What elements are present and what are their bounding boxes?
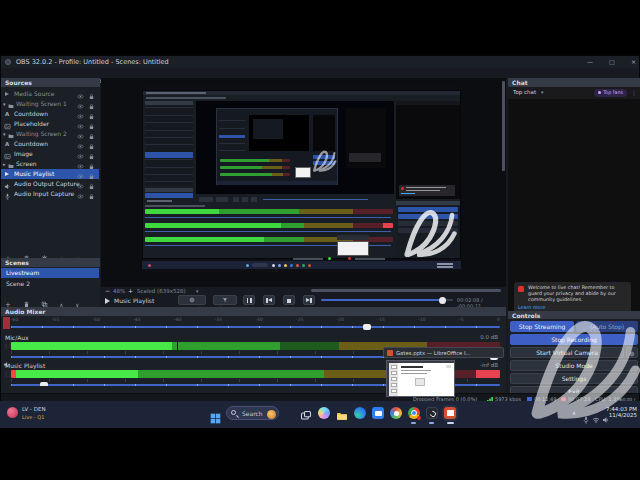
file-explorer-button[interactable] [336,407,348,419]
top-fans-badge[interactable]: Top fans [594,89,627,97]
edge-button[interactable] [354,407,366,419]
text-source-icon: A [5,139,9,149]
start-button[interactable] [210,409,221,428]
stop-button[interactable] [283,295,295,305]
chat-menu-kebab-icon[interactable]: ⋮ [631,89,637,96]
next-button[interactable] [303,295,315,305]
popup-title: Gates.pptx — LibreOffice I... [396,350,471,356]
search-box[interactable]: Search [226,406,279,420]
pause-button[interactable] [243,295,255,305]
visibility-eye-icon [77,193,84,200]
group-caret-icon[interactable]: ▾ [3,129,6,139]
search-icon-handle [236,415,239,418]
preview-zoom-bar: − 48% + Scaled (639x528) ▾ [101,287,506,295]
maximize-button[interactable]: □ [609,58,615,65]
preview-canvas[interactable] [101,78,506,287]
copilot-button[interactable] [318,407,330,419]
source-row-placeholder[interactable]: Placeholder [1,119,99,129]
widget-status-line: Live - Q1 [22,414,44,420]
sparkle-icon [598,91,601,94]
filters-button[interactable]: Filters [213,295,237,305]
source-row-waiting-screen-1[interactable]: ▾ Waiting Screen 1 [1,99,99,109]
letterbox-bottom [0,428,640,480]
media-icon [5,172,9,176]
scene-row-livestream[interactable]: Livestream [1,268,99,278]
taskbar-preview-popup[interactable]: Gates.pptx — LibreOffice I... [383,347,504,398]
media-seek-slider[interactable] [321,299,453,301]
source-row-image[interactable]: Image [1,149,99,159]
outlook-button[interactable] [372,407,384,419]
mixer-header: Audio Mixer [1,307,506,316]
sources-toolbar: + ∧ ∨ [1,246,100,258]
chevron-down-icon[interactable]: ▾ [541,89,544,95]
source-row-countdown-1[interactable]: A Countdown [1,109,99,119]
sports-widget-icon [7,407,18,418]
source-row-countdown-2[interactable]: A Countdown [1,139,99,149]
widgets-button[interactable]: LV - DEN Live - Q1 [5,404,65,425]
volume-slider[interactable] [11,326,500,328]
source-row-audio-input-capture[interactable]: Audio Input Capture [1,189,99,199]
previous-button[interactable] [263,295,275,305]
source-row-waiting-screen-2[interactable]: ▾ Waiting Screen 2 [1,129,99,139]
screen: OBS 32.0.2 - Profile: Untitled - Scenes:… [0,0,640,480]
scene-row-scene-2[interactable]: Scene 2 [1,279,99,289]
thumbnail-slide-panel [389,363,398,396]
drag-grip-icon[interactable]: ⋮⋮ [3,342,11,349]
mixer-channel-scrolled: -60-55-50-45-40-35-30-25-20-15-10-50 [1,316,506,332]
filter-icon [222,297,228,303]
obs-button[interactable] [426,407,438,419]
seek-handle[interactable] [439,297,446,304]
watermark-logo [520,315,640,423]
preview-mini-window [142,90,461,259]
title-bar[interactable]: OBS 32.0.2 - Profile: Untitled - Scenes:… [1,56,639,68]
properties-button[interactable]: Properties [178,295,206,305]
running-indicator [411,422,416,424]
drag-grip-icon[interactable]: ⋮⋮ [3,370,11,377]
muted-meter-fragment [3,317,10,329]
channel-name: Mic/Aux [5,334,29,341]
chat-welcome-message: Welcome to live chat! Remember to guard … [514,282,631,313]
minimize-button[interactable]: — [587,58,593,65]
close-button[interactable]: × [631,58,636,65]
learn-more-link[interactable]: Learn more [518,305,627,310]
running-indicator [447,422,454,424]
impress-button[interactable] [444,407,456,419]
scale-dropdown-caret-icon[interactable]: ▾ [196,288,199,294]
popup-thumbnail[interactable] [386,360,455,397]
group-caret-icon[interactable]: ▸ [3,159,6,169]
source-row-music-playlist[interactable]: Music Playlist [1,169,99,179]
preview-screen-capture [142,87,461,272]
chat-header: Chat [508,78,640,87]
source-row-media-source[interactable]: Media Source [1,89,99,99]
impress-file-icon [387,350,393,356]
volume-slider-handle[interactable] [363,324,371,330]
source-row-audio-output-capture[interactable]: Audio Output Capture [1,179,99,189]
chat-filter-dropdown[interactable]: Top chat [513,89,536,95]
watermark-logo [398,207,460,259]
chat-body[interactable]: Welcome to live chat! Remember to guard … [508,99,640,311]
sources-header: Sources [1,78,100,87]
task-view-button[interactable] [300,407,312,419]
obs-logo-icon [5,59,11,65]
preview-scale-label[interactable]: Scaled (639x528) [137,288,186,294]
microphone-icon [4,193,11,200]
menu-bar: File Edit View Docks Profile Scene Colle… [1,68,639,78]
preview-horizontal-scrollbar[interactable] [311,289,501,292]
media-controls-bar: Music Playlist Properties Filters [101,295,506,307]
media-icon [5,92,9,96]
youtube-chat-icon [518,286,524,292]
zoom-out-button[interactable]: − [105,287,110,294]
source-row-screen[interactable]: ▸ Screen [1,159,99,169]
task-view-icon [300,410,312,422]
preview-vertical-scrollbar[interactable] [502,81,505,171]
text-source-icon: A [5,109,9,119]
pause-icon [247,298,249,303]
widget-score-line: LV - DEN [22,406,46,412]
group-caret-icon[interactable]: ▾ [3,99,6,109]
chat-toolbar: Top chat ▾ Top fans ⋮ [508,87,640,99]
window-title: OBS 32.0.2 - Profile: Untitled - Scenes:… [16,58,169,66]
photos-button[interactable] [390,407,402,419]
search-icon [231,410,236,415]
zoom-in-button[interactable]: + [128,287,133,294]
chrome-button[interactable] [408,407,420,419]
